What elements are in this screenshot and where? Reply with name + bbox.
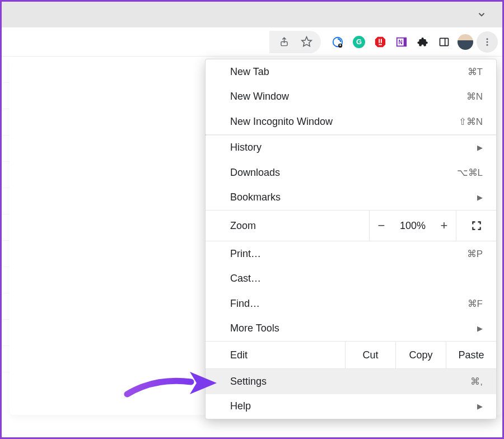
menu-item-label: New Incognito Window bbox=[230, 116, 333, 128]
more-menu-button[interactable] bbox=[477, 31, 498, 53]
edit-copy-button[interactable]: Copy bbox=[395, 342, 446, 368]
svg-point-14 bbox=[487, 38, 488, 40]
onenote-icon[interactable]: N bbox=[395, 35, 408, 49]
chevron-right-icon: ▶ bbox=[477, 402, 483, 410]
onetab-icon[interactable] bbox=[331, 35, 344, 49]
svg-text:N: N bbox=[399, 39, 403, 45]
svg-point-15 bbox=[487, 41, 488, 43]
chevron-right-icon: ▶ bbox=[477, 193, 483, 202]
share-icon[interactable] bbox=[277, 35, 291, 49]
svg-rect-8 bbox=[379, 44, 382, 45]
sidepanel-icon[interactable] bbox=[437, 35, 451, 49]
chrome-menu: New Tab ⌘T New Window ⌘N New Incognito W… bbox=[205, 59, 497, 419]
menu-help[interactable]: Help ▶ bbox=[206, 394, 496, 419]
menu-item-label: New Tab bbox=[230, 66, 269, 78]
svg-rect-12 bbox=[440, 38, 449, 45]
menu-history[interactable]: History ▶ bbox=[206, 136, 496, 161]
svg-marker-1 bbox=[301, 37, 311, 46]
menu-item-label: Print… bbox=[230, 248, 261, 260]
grammarly-icon[interactable]: G bbox=[352, 35, 366, 49]
menu-downloads[interactable]: Downloads ⌥⌘L bbox=[206, 160, 496, 185]
svg-rect-4 bbox=[339, 44, 340, 46]
menu-print[interactable]: Print… ⌘P bbox=[206, 241, 496, 267]
fullscreen-button[interactable] bbox=[456, 211, 496, 241]
menu-shortcut: ⌘F bbox=[468, 298, 483, 310]
address-bar-right bbox=[269, 31, 321, 53]
tab-strip bbox=[2, 2, 502, 27]
menu-item-label: Zoom bbox=[206, 211, 369, 241]
edit-cut-button[interactable]: Cut bbox=[345, 342, 395, 368]
menu-item-label: Bookmarks bbox=[230, 192, 281, 203]
zoom-controls: − 100% + bbox=[369, 211, 456, 241]
svg-rect-6 bbox=[379, 39, 380, 43]
star-icon[interactable] bbox=[300, 35, 313, 49]
svg-marker-5 bbox=[375, 36, 385, 46]
svg-point-16 bbox=[487, 44, 488, 45]
menu-find[interactable]: Find… ⌘F bbox=[206, 291, 496, 316]
menu-cast[interactable]: Cast… bbox=[206, 267, 496, 292]
menu-item-label: More Tools bbox=[230, 323, 279, 334]
menu-new-tab[interactable]: New Tab ⌘T bbox=[206, 59, 496, 85]
menu-item-label: Settings bbox=[230, 376, 267, 387]
menu-item-label: New Window bbox=[230, 91, 289, 102]
menu-item-label: Cast… bbox=[230, 273, 261, 284]
menu-item-label: History bbox=[230, 142, 262, 153]
menu-item-label: Find… bbox=[230, 298, 260, 310]
zoom-value: 100% bbox=[393, 220, 432, 232]
menu-item-label: Downloads bbox=[230, 167, 280, 179]
menu-settings[interactable]: Settings ⌘, bbox=[206, 369, 496, 394]
menu-edit-row: Edit Cut Copy Paste bbox=[206, 341, 496, 369]
svg-rect-7 bbox=[381, 39, 382, 43]
zoom-in-button[interactable]: + bbox=[432, 218, 456, 233]
adblock-icon[interactable] bbox=[374, 35, 387, 49]
menu-shortcut: ⌘, bbox=[470, 376, 483, 387]
chevron-right-icon: ▶ bbox=[477, 143, 483, 152]
profile-avatar[interactable] bbox=[458, 34, 473, 50]
extension-icons: G N bbox=[328, 35, 454, 49]
menu-shortcut: ⇧⌘N bbox=[459, 116, 483, 128]
menu-more-tools[interactable]: More Tools ▶ bbox=[206, 316, 496, 342]
zoom-out-button[interactable]: − bbox=[370, 218, 393, 233]
edit-paste-button[interactable]: Paste bbox=[446, 342, 496, 368]
chevron-down-icon[interactable] bbox=[477, 10, 487, 20]
chevron-right-icon: ▶ bbox=[477, 324, 483, 333]
menu-shortcut: ⌥⌘L bbox=[457, 167, 483, 179]
extensions-puzzle-icon[interactable] bbox=[416, 35, 430, 49]
menu-shortcut: ⌘T bbox=[468, 66, 483, 78]
menu-item-label: Help bbox=[230, 400, 251, 412]
menu-bookmarks[interactable]: Bookmarks ▶ bbox=[206, 185, 496, 211]
browser-toolbar: G N bbox=[2, 27, 502, 57]
menu-shortcut: ⌘P bbox=[467, 248, 483, 260]
menu-zoom-row: Zoom − 100% + bbox=[206, 210, 496, 241]
menu-new-window[interactable]: New Window ⌘N bbox=[206, 85, 496, 110]
menu-new-incognito[interactable]: New Incognito Window ⇧⌘N bbox=[206, 109, 496, 134]
menu-shortcut: ⌘N bbox=[466, 91, 483, 102]
menu-item-label: Edit bbox=[206, 342, 345, 368]
